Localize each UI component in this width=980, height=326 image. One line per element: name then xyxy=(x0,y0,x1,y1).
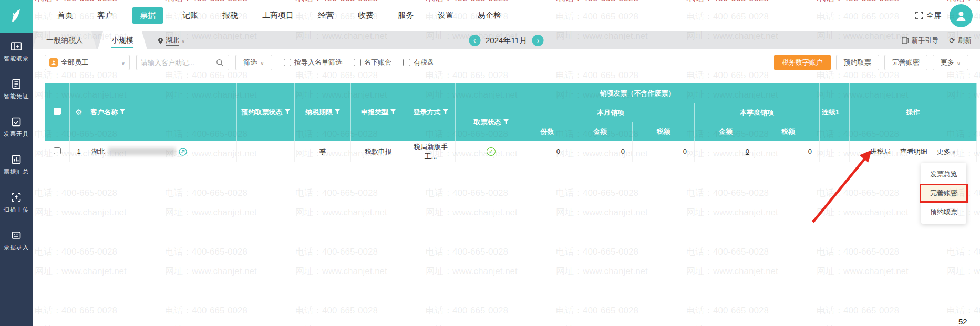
filter-icon[interactable] xyxy=(390,109,396,115)
customer-name[interactable]: 湖北 xyxy=(91,147,105,156)
refresh-link[interactable]: 刷新 xyxy=(949,36,972,45)
header-amount: 金额 xyxy=(568,122,633,141)
row-more-link[interactable]: 更多 xyxy=(937,147,956,156)
filter-icon[interactable] xyxy=(335,109,340,115)
watermark-text: 电话：400-665-0028 xyxy=(817,246,899,258)
menu-item-complete-account[interactable]: 完善账密 xyxy=(920,184,968,203)
header-ticket-status: 取票状态 xyxy=(456,103,527,141)
chevron-down-icon xyxy=(260,59,264,67)
user-avatar[interactable] xyxy=(950,4,973,27)
sidebar-item-ticket-entry[interactable]: 票据录入 xyxy=(0,222,33,259)
sidebar-item-ticket-summary[interactable]: 票据汇总 xyxy=(0,146,33,184)
checkbox-import-list[interactable]: 按导入名单筛选 xyxy=(284,58,342,67)
checkbox-owned-accounts[interactable]: 名下账套 xyxy=(354,58,391,67)
watermark-text: 电话：400-665-0028 xyxy=(165,69,247,81)
nav-item-tickets[interactable]: 票据 xyxy=(132,7,163,24)
watermark-text: 网址：www.chanjet.net xyxy=(426,265,518,277)
more-button[interactable]: 更多 xyxy=(933,55,968,70)
owned-accounts-checkbox[interactable] xyxy=(354,59,361,66)
watermark-text: 电话：400-665-0028 xyxy=(947,69,980,81)
nav-item-yiqijian[interactable]: 易企检 xyxy=(472,7,507,24)
watermark-text: 电话：400-665-0028 xyxy=(947,246,980,258)
tax-cell: 0 xyxy=(633,141,695,162)
chevron-down-icon xyxy=(957,59,961,67)
header-continuous: 连续1 xyxy=(820,83,850,141)
filter-toolbar: 全部员工 筛选 按导入名单筛选 名下账套 有税盘 xyxy=(45,55,434,70)
sidebar-item-smart-voucher[interactable]: 智能凭证 xyxy=(0,70,33,108)
customer-search xyxy=(136,55,229,70)
checkbox-has-tax-disk[interactable]: 有税盘 xyxy=(403,58,434,67)
quarter-amount-link[interactable]: 0 xyxy=(746,148,749,155)
sidebar-item-label: 票据录入 xyxy=(4,244,29,251)
row-index: 1 xyxy=(70,141,88,162)
enter-tax-bureau-link[interactable]: 进税局 xyxy=(870,147,891,156)
nav-item-charges[interactable]: 收费 xyxy=(353,7,379,24)
table-row: 1 湖北 —— 季 税款申报 税局新版手工... 0 0 0 0 0 xyxy=(45,141,977,162)
copies-cell: 0 xyxy=(527,141,568,162)
gear-icon[interactable] xyxy=(75,109,82,117)
customer-link-icon[interactable] xyxy=(179,148,187,156)
filter-icon[interactable] xyxy=(285,109,290,115)
fullscreen-button[interactable]: 全屏 xyxy=(915,11,941,20)
sidebar-item-smart-ticket[interactable]: 智能取票 xyxy=(0,33,33,70)
subbar-right: 新手引导 刷新 xyxy=(902,31,980,49)
header-login-method: 登录方式 xyxy=(406,83,456,141)
nav-item-operations[interactable]: 经营 xyxy=(313,7,339,24)
prev-month-button[interactable] xyxy=(469,35,480,46)
watermark-text: 网址：www.chanjet.net xyxy=(35,324,127,326)
column-settings-header xyxy=(70,83,88,141)
quarter-amount-cell: 0 xyxy=(695,141,757,162)
watermark-text: 网址：www.chanjet.net xyxy=(556,265,648,277)
search-button[interactable] xyxy=(211,55,229,70)
tab-general-taxpayer[interactable]: 一般纳税人 xyxy=(33,31,97,49)
continuous-cell xyxy=(820,141,850,162)
ticket-status-cell xyxy=(456,141,527,162)
nav-item-bookkeeping[interactable]: 记账 xyxy=(177,7,203,24)
watermark-text: 网址：www.chanjet.net xyxy=(817,324,909,326)
tax-disk-checkbox[interactable] xyxy=(403,59,410,66)
tab-small-scale[interactable]: 小规模 xyxy=(98,31,147,49)
select-all-checkbox[interactable] xyxy=(54,108,61,115)
newbie-guide-link[interactable]: 新手引导 xyxy=(902,36,938,45)
watermark-text: 电话：400-665-0028 xyxy=(686,246,769,258)
complete-account-button[interactable]: 完善账密 xyxy=(884,55,927,70)
filter-icon[interactable] xyxy=(503,119,509,125)
next-month-button[interactable] xyxy=(532,35,544,46)
sidebar-item-label: 扫描上传 xyxy=(4,206,29,214)
scan-upload-icon xyxy=(11,192,22,203)
header-sales-invoices-group: 销项发票（不含作废票） xyxy=(456,83,820,103)
row-checkbox[interactable] xyxy=(54,147,61,154)
user-icon xyxy=(954,9,968,23)
view-detail-link[interactable]: 查看明细 xyxy=(900,147,927,156)
app-logo[interactable] xyxy=(0,0,33,33)
sidebar: 智能取票 智能凭证 发票开具 票据汇总 扫描上传 xyxy=(0,0,33,326)
watermark-text: 电话：400-665-0028 xyxy=(35,246,117,258)
nav-item-tax-filing[interactable]: 报税 xyxy=(217,7,243,24)
filter-dropdown-button[interactable]: 筛选 xyxy=(235,55,272,70)
header-declare-type: 申报类型 xyxy=(351,83,406,141)
customer-search-input[interactable] xyxy=(137,59,211,67)
import-list-checkbox[interactable] xyxy=(284,59,291,66)
tax-digital-account-button[interactable]: 税务数字账户 xyxy=(774,55,831,70)
filter-icon[interactable] xyxy=(443,109,448,115)
nav-item-customers[interactable]: 客户 xyxy=(92,7,118,24)
watermark-text: 电话：400-665-0028 xyxy=(817,187,899,199)
watermark-text: 电话：400-665-0028 xyxy=(165,304,247,317)
menu-item-invoice-overview[interactable]: 发票总览 xyxy=(921,165,966,184)
filter-icon[interactable] xyxy=(120,109,125,115)
customer-ticket-table: 客户名称 预约取票状态 纳税期限 申报类型 xyxy=(45,83,977,162)
reserve-ticket-button[interactable]: 预约取票 xyxy=(836,55,879,70)
sidebar-item-invoice-issue[interactable]: 发票开具 xyxy=(0,108,33,146)
success-check-icon xyxy=(487,147,496,156)
sidebar-item-scan-upload[interactable]: 扫描上传 xyxy=(0,184,33,222)
nav-item-business-projects[interactable]: 工商项目 xyxy=(257,7,299,24)
employee-filter-select[interactable]: 全部员工 xyxy=(45,55,130,70)
region-selector[interactable]: 湖北 xyxy=(158,31,185,49)
sub-toolbar: 一般纳税人 小规模 湖北 2024年11月 新手引导 刷新 xyxy=(33,31,980,49)
nav-item-services[interactable]: 服务 xyxy=(393,7,419,24)
declare-type-cell: 税款申报 xyxy=(351,141,406,162)
nav-item-home[interactable]: 首页 xyxy=(52,7,78,24)
nav-item-settings[interactable]: 设置 xyxy=(432,7,459,24)
menu-item-reserve-ticket[interactable]: 预约取票 xyxy=(921,203,966,222)
watermark-text: 网址：www.chanjet.net xyxy=(556,206,648,218)
